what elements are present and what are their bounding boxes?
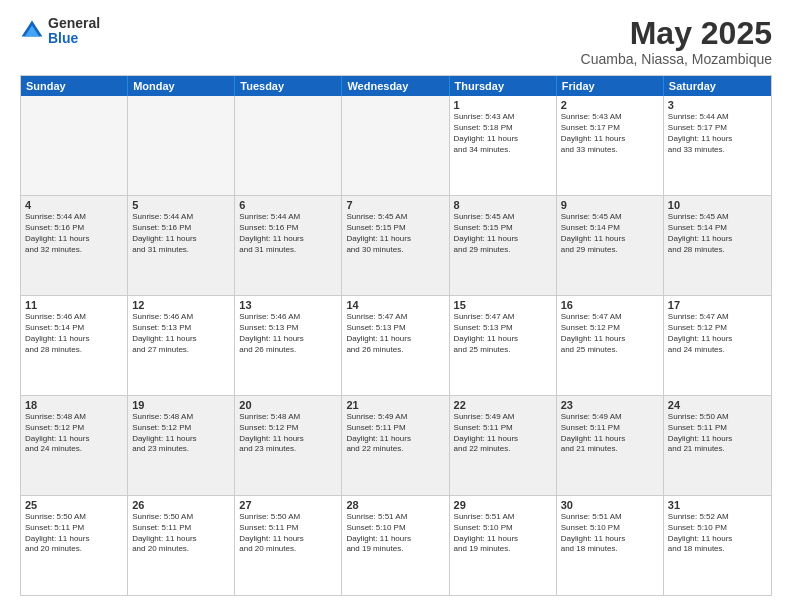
- cell-text: Sunrise: 5:51 AM Sunset: 5:10 PM Dayligh…: [454, 512, 552, 555]
- cell-text: Sunrise: 5:48 AM Sunset: 5:12 PM Dayligh…: [239, 412, 337, 455]
- calendar-cell: 28Sunrise: 5:51 AM Sunset: 5:10 PM Dayli…: [342, 496, 449, 595]
- calendar-cell: 1Sunrise: 5:43 AM Sunset: 5:18 PM Daylig…: [450, 96, 557, 195]
- subtitle: Cuamba, Niassa, Mozambique: [581, 51, 772, 67]
- calendar-row: 1Sunrise: 5:43 AM Sunset: 5:18 PM Daylig…: [21, 96, 771, 196]
- day-number: 25: [25, 499, 123, 511]
- calendar-cell: 12Sunrise: 5:46 AM Sunset: 5:13 PM Dayli…: [128, 296, 235, 395]
- calendar-cell: 8Sunrise: 5:45 AM Sunset: 5:15 PM Daylig…: [450, 196, 557, 295]
- day-number: 6: [239, 199, 337, 211]
- calendar-cell: [128, 96, 235, 195]
- calendar-cell: 4Sunrise: 5:44 AM Sunset: 5:16 PM Daylig…: [21, 196, 128, 295]
- day-number: 14: [346, 299, 444, 311]
- calendar-cell: 7Sunrise: 5:45 AM Sunset: 5:15 PM Daylig…: [342, 196, 449, 295]
- calendar-header: SundayMondayTuesdayWednesdayThursdayFrid…: [21, 76, 771, 96]
- day-number: 31: [668, 499, 767, 511]
- calendar-cell: 27Sunrise: 5:50 AM Sunset: 5:11 PM Dayli…: [235, 496, 342, 595]
- cell-text: Sunrise: 5:51 AM Sunset: 5:10 PM Dayligh…: [346, 512, 444, 555]
- calendar-cell: 17Sunrise: 5:47 AM Sunset: 5:12 PM Dayli…: [664, 296, 771, 395]
- cell-text: Sunrise: 5:47 AM Sunset: 5:12 PM Dayligh…: [668, 312, 767, 355]
- day-number: 26: [132, 499, 230, 511]
- title-block: May 2025 Cuamba, Niassa, Mozambique: [581, 16, 772, 67]
- day-number: 3: [668, 99, 767, 111]
- calendar-cell: 16Sunrise: 5:47 AM Sunset: 5:12 PM Dayli…: [557, 296, 664, 395]
- calendar-cell: 3Sunrise: 5:44 AM Sunset: 5:17 PM Daylig…: [664, 96, 771, 195]
- day-number: 5: [132, 199, 230, 211]
- calendar-cell: 30Sunrise: 5:51 AM Sunset: 5:10 PM Dayli…: [557, 496, 664, 595]
- calendar-cell: 20Sunrise: 5:48 AM Sunset: 5:12 PM Dayli…: [235, 396, 342, 495]
- calendar-cell: 6Sunrise: 5:44 AM Sunset: 5:16 PM Daylig…: [235, 196, 342, 295]
- calendar-cell: 9Sunrise: 5:45 AM Sunset: 5:14 PM Daylig…: [557, 196, 664, 295]
- cell-text: Sunrise: 5:50 AM Sunset: 5:11 PM Dayligh…: [132, 512, 230, 555]
- cell-text: Sunrise: 5:47 AM Sunset: 5:12 PM Dayligh…: [561, 312, 659, 355]
- cell-text: Sunrise: 5:49 AM Sunset: 5:11 PM Dayligh…: [454, 412, 552, 455]
- calendar-cell: 21Sunrise: 5:49 AM Sunset: 5:11 PM Dayli…: [342, 396, 449, 495]
- day-number: 4: [25, 199, 123, 211]
- calendar-cell: 11Sunrise: 5:46 AM Sunset: 5:14 PM Dayli…: [21, 296, 128, 395]
- calendar-header-cell: Monday: [128, 76, 235, 96]
- page: General Blue May 2025 Cuamba, Niassa, Mo…: [0, 0, 792, 612]
- calendar-cell: 22Sunrise: 5:49 AM Sunset: 5:11 PM Dayli…: [450, 396, 557, 495]
- cell-text: Sunrise: 5:50 AM Sunset: 5:11 PM Dayligh…: [239, 512, 337, 555]
- cell-text: Sunrise: 5:47 AM Sunset: 5:13 PM Dayligh…: [346, 312, 444, 355]
- cell-text: Sunrise: 5:44 AM Sunset: 5:16 PM Dayligh…: [132, 212, 230, 255]
- day-number: 24: [668, 399, 767, 411]
- cell-text: Sunrise: 5:51 AM Sunset: 5:10 PM Dayligh…: [561, 512, 659, 555]
- logo-general: General: [48, 16, 100, 31]
- day-number: 23: [561, 399, 659, 411]
- day-number: 13: [239, 299, 337, 311]
- calendar-row: 25Sunrise: 5:50 AM Sunset: 5:11 PM Dayli…: [21, 496, 771, 595]
- day-number: 7: [346, 199, 444, 211]
- calendar-cell: 23Sunrise: 5:49 AM Sunset: 5:11 PM Dayli…: [557, 396, 664, 495]
- day-number: 8: [454, 199, 552, 211]
- day-number: 11: [25, 299, 123, 311]
- calendar-cell: 26Sunrise: 5:50 AM Sunset: 5:11 PM Dayli…: [128, 496, 235, 595]
- cell-text: Sunrise: 5:43 AM Sunset: 5:18 PM Dayligh…: [454, 112, 552, 155]
- calendar-cell: 13Sunrise: 5:46 AM Sunset: 5:13 PM Dayli…: [235, 296, 342, 395]
- cell-text: Sunrise: 5:47 AM Sunset: 5:13 PM Dayligh…: [454, 312, 552, 355]
- calendar-header-cell: Sunday: [21, 76, 128, 96]
- day-number: 27: [239, 499, 337, 511]
- calendar-cell: 2Sunrise: 5:43 AM Sunset: 5:17 PM Daylig…: [557, 96, 664, 195]
- day-number: 22: [454, 399, 552, 411]
- cell-text: Sunrise: 5:44 AM Sunset: 5:17 PM Dayligh…: [668, 112, 767, 155]
- cell-text: Sunrise: 5:44 AM Sunset: 5:16 PM Dayligh…: [239, 212, 337, 255]
- day-number: 12: [132, 299, 230, 311]
- cell-text: Sunrise: 5:44 AM Sunset: 5:16 PM Dayligh…: [25, 212, 123, 255]
- day-number: 15: [454, 299, 552, 311]
- cell-text: Sunrise: 5:48 AM Sunset: 5:12 PM Dayligh…: [25, 412, 123, 455]
- day-number: 1: [454, 99, 552, 111]
- day-number: 28: [346, 499, 444, 511]
- day-number: 9: [561, 199, 659, 211]
- logo: General Blue: [20, 16, 100, 47]
- day-number: 10: [668, 199, 767, 211]
- cell-text: Sunrise: 5:49 AM Sunset: 5:11 PM Dayligh…: [346, 412, 444, 455]
- calendar: SundayMondayTuesdayWednesdayThursdayFrid…: [20, 75, 772, 596]
- calendar-cell: 29Sunrise: 5:51 AM Sunset: 5:10 PM Dayli…: [450, 496, 557, 595]
- cell-text: Sunrise: 5:48 AM Sunset: 5:12 PM Dayligh…: [132, 412, 230, 455]
- calendar-cell: 19Sunrise: 5:48 AM Sunset: 5:12 PM Dayli…: [128, 396, 235, 495]
- day-number: 21: [346, 399, 444, 411]
- logo-blue: Blue: [48, 31, 100, 46]
- main-title: May 2025: [581, 16, 772, 51]
- day-number: 2: [561, 99, 659, 111]
- calendar-cell: [235, 96, 342, 195]
- cell-text: Sunrise: 5:45 AM Sunset: 5:14 PM Dayligh…: [561, 212, 659, 255]
- cell-text: Sunrise: 5:50 AM Sunset: 5:11 PM Dayligh…: [25, 512, 123, 555]
- cell-text: Sunrise: 5:46 AM Sunset: 5:13 PM Dayligh…: [239, 312, 337, 355]
- cell-text: Sunrise: 5:46 AM Sunset: 5:14 PM Dayligh…: [25, 312, 123, 355]
- logo-text: General Blue: [48, 16, 100, 47]
- header: General Blue May 2025 Cuamba, Niassa, Mo…: [20, 16, 772, 67]
- day-number: 20: [239, 399, 337, 411]
- calendar-header-cell: Thursday: [450, 76, 557, 96]
- day-number: 17: [668, 299, 767, 311]
- calendar-cell: 5Sunrise: 5:44 AM Sunset: 5:16 PM Daylig…: [128, 196, 235, 295]
- calendar-header-cell: Friday: [557, 76, 664, 96]
- day-number: 29: [454, 499, 552, 511]
- calendar-cell: [342, 96, 449, 195]
- cell-text: Sunrise: 5:43 AM Sunset: 5:17 PM Dayligh…: [561, 112, 659, 155]
- calendar-cell: 24Sunrise: 5:50 AM Sunset: 5:11 PM Dayli…: [664, 396, 771, 495]
- calendar-cell: 25Sunrise: 5:50 AM Sunset: 5:11 PM Dayli…: [21, 496, 128, 595]
- cell-text: Sunrise: 5:50 AM Sunset: 5:11 PM Dayligh…: [668, 412, 767, 455]
- day-number: 19: [132, 399, 230, 411]
- cell-text: Sunrise: 5:49 AM Sunset: 5:11 PM Dayligh…: [561, 412, 659, 455]
